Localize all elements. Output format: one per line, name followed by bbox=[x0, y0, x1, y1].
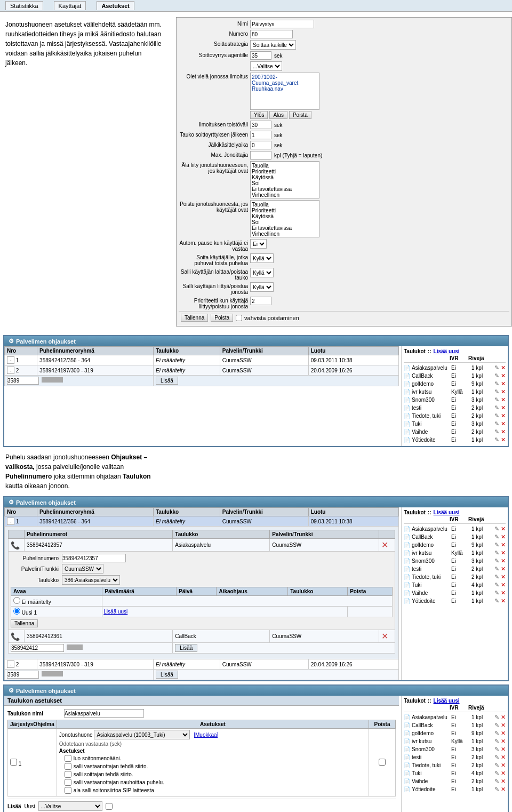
soittostrategia-select[interactable]: Soittaa kaikille bbox=[250, 40, 296, 50]
edit-icon[interactable]: ✎ bbox=[494, 590, 499, 596]
taulukko-select[interactable]: 386:Asiakaspalvelu bbox=[62, 575, 120, 585]
expand-icon2[interactable]: - bbox=[7, 660, 14, 668]
edit-icon[interactable]: ✎ bbox=[494, 380, 499, 387]
jalkikasittely-input[interactable] bbox=[250, 141, 271, 149]
item-name[interactable]: testi bbox=[412, 566, 450, 572]
edit-icon[interactable]: ✎ bbox=[494, 786, 499, 793]
item-name[interactable]: Vaihde bbox=[412, 429, 450, 435]
edit-icon[interactable]: ✎ bbox=[494, 778, 499, 785]
row-poista-checkbox[interactable] bbox=[379, 759, 386, 766]
item-name[interactable]: ivr kutsu bbox=[412, 738, 450, 744]
delete-icon[interactable]: ✕ bbox=[501, 730, 506, 737]
delete-icon[interactable]: ✕ bbox=[501, 566, 506, 572]
edit-icon[interactable]: ✎ bbox=[494, 566, 499, 572]
numero-input[interactable] bbox=[250, 30, 293, 38]
edit-icon[interactable]: ✎ bbox=[494, 396, 499, 403]
vahvista-checkbox[interactable] bbox=[236, 315, 242, 321]
puhelinnumero-input[interactable] bbox=[62, 554, 126, 562]
delete-icon[interactable]: ✕ bbox=[501, 396, 506, 403]
tab-kayttajat[interactable]: Käyttäjät bbox=[54, 1, 86, 10]
lisaa-uusi-avaa-link[interactable]: Lisää uusi bbox=[103, 609, 127, 615]
expand-icon[interactable]: - bbox=[7, 518, 14, 525]
delete-icon[interactable]: ✕ bbox=[501, 558, 506, 564]
edit-icon[interactable]: ✎ bbox=[494, 714, 499, 721]
max-jonoittajia-input[interactable] bbox=[250, 151, 271, 160]
soita-select[interactable]: Kyllä bbox=[250, 253, 274, 263]
palvelin-select[interactable]: CuumaSSW bbox=[62, 564, 103, 574]
add-num-input[interactable] bbox=[7, 377, 39, 385]
edit-icon[interactable]: ✎ bbox=[494, 722, 499, 729]
lisaa-uusi-link[interactable]: Lisää uusi bbox=[434, 348, 460, 354]
delete-icon[interactable]: ✕ bbox=[501, 412, 506, 419]
tab-statistiikka[interactable]: Statistiikka bbox=[5, 1, 43, 10]
delete-icon[interactable]: ✕ bbox=[501, 762, 506, 769]
cb-ala-salli[interactable] bbox=[65, 787, 71, 794]
edit-icon[interactable]: ✎ bbox=[494, 762, 499, 769]
item-name[interactable]: Yötiedoite bbox=[412, 437, 450, 443]
autom-pause-select[interactable]: Ei bbox=[250, 239, 267, 249]
lisaa-sub-btn[interactable]: Lisää bbox=[175, 644, 197, 652]
item-name[interactable]: Asiakaspalvelu bbox=[412, 526, 450, 532]
item-name[interactable]: Vaihde bbox=[412, 590, 450, 596]
edit-icon[interactable]: ✎ bbox=[494, 428, 499, 435]
expand-icon[interactable]: - bbox=[7, 367, 14, 374]
item-name[interactable]: Tiedote, tuki bbox=[412, 413, 450, 419]
delete-icon[interactable]: ✕ bbox=[501, 436, 506, 443]
edit-icon[interactable]: ✎ bbox=[494, 730, 499, 737]
delete-icon[interactable]: ✕ bbox=[501, 542, 506, 548]
tauko-input[interactable] bbox=[250, 131, 271, 139]
item-name[interactable]: golfdemo bbox=[412, 730, 450, 736]
item-name[interactable]: Snom300 bbox=[412, 558, 450, 564]
cb-soittaja-siirto[interactable] bbox=[65, 771, 71, 778]
item-name[interactable]: Asiakaspalvelu bbox=[412, 365, 450, 371]
delete-icon[interactable]: ✕ bbox=[501, 722, 506, 729]
lisaa-checkbox[interactable] bbox=[106, 803, 113, 810]
edit-icon[interactable]: ✎ bbox=[494, 542, 499, 548]
lisaa-btn2[interactable]: Lisää bbox=[156, 671, 178, 679]
lisaa-select[interactable]: ...Valitse bbox=[38, 801, 102, 811]
edit-icon[interactable]: ✎ bbox=[494, 582, 499, 588]
item-name[interactable]: Tiedote, tuki bbox=[412, 762, 450, 768]
ylos-btn[interactable]: Ylös bbox=[250, 111, 268, 119]
edit-icon[interactable]: ✎ bbox=[494, 574, 499, 580]
cb-vastaanottaja-siirto[interactable] bbox=[65, 763, 71, 770]
valitse-select[interactable]: ...Valitse bbox=[250, 61, 282, 71]
jonotushuone-select[interactable]: Asiakaspalvelu (10003_Tuki) bbox=[94, 730, 190, 739]
edit-icon[interactable]: ✎ bbox=[494, 420, 499, 427]
delete-icon[interactable]: ✕ bbox=[501, 372, 506, 379]
soittovyrrys-input[interactable] bbox=[250, 51, 271, 60]
item-name[interactable]: CallBack bbox=[412, 722, 450, 728]
delete-icon[interactable]: ✕ bbox=[501, 388, 506, 395]
edit-icon[interactable]: ✎ bbox=[494, 550, 499, 556]
delete-icon[interactable]: ✕ bbox=[501, 574, 506, 580]
item-name[interactable]: Tuki bbox=[412, 770, 450, 776]
item-name[interactable]: CallBack bbox=[412, 373, 450, 379]
edit-icon[interactable]: ✎ bbox=[494, 770, 499, 777]
ilmoituksen-input[interactable] bbox=[250, 121, 271, 129]
edit-icon[interactable]: ✎ bbox=[494, 754, 499, 761]
alas-btn[interactable]: Alas bbox=[269, 111, 287, 119]
taulukon-nimi-input[interactable] bbox=[64, 709, 144, 718]
item-name[interactable]: Asiakaspalvelu bbox=[412, 714, 450, 720]
edit-icon[interactable]: ✎ bbox=[494, 372, 499, 379]
delete-icon[interactable]: ✕ bbox=[501, 598, 506, 604]
lisaa-uusi-link3[interactable]: Lisää uusi bbox=[434, 698, 460, 704]
delete-icon[interactable]: ✕ bbox=[501, 428, 506, 435]
edit-icon[interactable]: ✎ bbox=[494, 598, 499, 604]
edit-icon[interactable]: ✎ bbox=[494, 364, 499, 371]
edit-icon[interactable]: ✎ bbox=[494, 436, 499, 443]
item-name[interactable]: Tuki bbox=[412, 421, 450, 427]
avaa-radio-ei[interactable] bbox=[13, 597, 20, 604]
avaa-radio-uusi[interactable] bbox=[13, 608, 20, 615]
delete-icon[interactable]: ✕ bbox=[501, 420, 506, 427]
tab-asetukset[interactable]: Asetukset bbox=[97, 1, 134, 10]
poista-btn[interactable]: Poista bbox=[211, 314, 233, 322]
item-name[interactable]: testi bbox=[412, 405, 450, 411]
salli-laittaa-select[interactable]: Kyllä bbox=[250, 268, 274, 277]
item-name[interactable]: golfdemo bbox=[412, 542, 450, 548]
nimi-input[interactable] bbox=[250, 20, 314, 28]
edit-icon[interactable]: ✎ bbox=[494, 404, 499, 411]
delete-icon[interactable]: ✕ bbox=[501, 582, 506, 588]
item-name[interactable]: Yötiedoite bbox=[412, 598, 450, 604]
delete-icon[interactable]: ✕ bbox=[501, 534, 506, 540]
